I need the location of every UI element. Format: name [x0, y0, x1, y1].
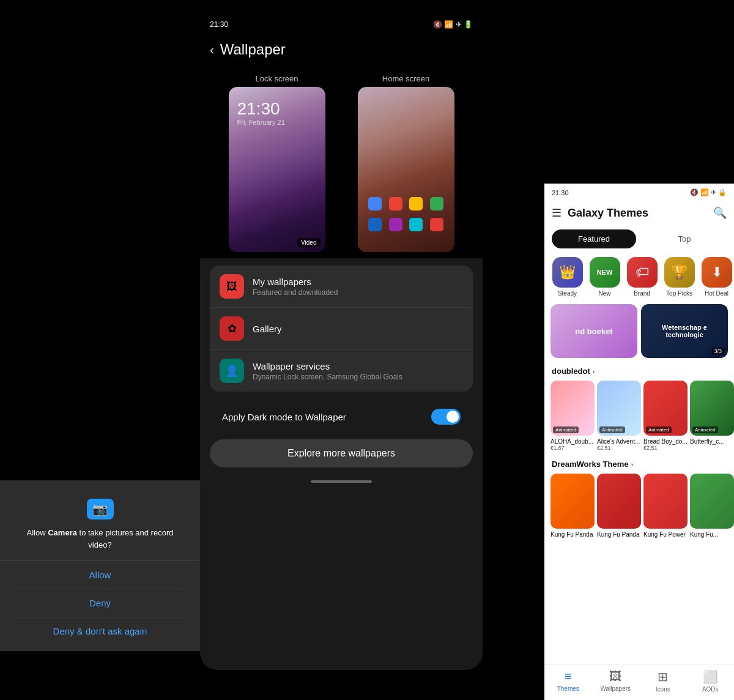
dw-info-3: Kung Fu Power — [643, 530, 688, 539]
section-dreamworks-label: DreamWorks Theme — [552, 460, 628, 469]
explore-btn-wrapper: Explore more wallpapers — [210, 439, 473, 467]
wallpapers-nav-icon: 🖼 — [609, 669, 621, 683]
featured-banners: nd boeket Wetenschap e technologie 3/3 — [544, 300, 734, 362]
breadboy-name: Bread Boy_do... — [643, 438, 688, 445]
tab-featured[interactable]: Featured — [552, 229, 636, 248]
msg-icon — [389, 218, 402, 231]
dark-mode-row: Apply Dark mode to Wallpaper — [210, 399, 473, 434]
toppicks-icon: 🏆 — [664, 257, 695, 288]
item-butterfly: Animated Butterfly_c... — [690, 381, 734, 452]
google-icon — [368, 197, 382, 210]
dreamworks-arrow: › — [631, 461, 633, 468]
dw-thumb-1[interactable] — [550, 474, 595, 529]
status-icons: 🔇 📶 ✈ 🔋 — [433, 20, 473, 29]
themes-categories: 👑 Steady NEW New 🏷 Brand 🏆 Top Picks ⬇ H… — [544, 253, 734, 300]
play-icon — [430, 197, 443, 210]
category-brand[interactable]: 🏷 Brand — [625, 257, 659, 297]
breadboy-info: Bread Boy_do... €2.51 — [643, 437, 688, 452]
home-screen-phone — [358, 87, 454, 252]
dw-thumb-2[interactable] — [597, 474, 641, 529]
new-label: New — [598, 290, 610, 297]
dw-item-3: Kung Fu Power — [643, 474, 688, 539]
category-steady[interactable]: 👑 Steady — [550, 257, 584, 297]
lock-screen-phone: 21:30 Fri, February 21 Video — [229, 87, 325, 252]
lock-date: Fri, February 21 — [237, 119, 285, 126]
themes-nav-label: Themes — [557, 685, 579, 692]
breadboy-thumb[interactable]: Animated — [643, 381, 688, 436]
butterfly-thumb[interactable]: Animated — [690, 381, 734, 436]
search-icon[interactable]: 🔍 — [713, 206, 727, 220]
item-aloha: Animated ALOHA_doub... €1.67 — [550, 381, 595, 452]
hamburger-icon[interactable]: ☰ — [552, 206, 562, 220]
nav-aods[interactable]: ⬜ AODs — [687, 669, 735, 693]
my-wallpapers-sublabel: Featured and downloaded — [253, 288, 338, 297]
nav-wallpapers[interactable]: 🖼 Wallpapers — [592, 669, 640, 693]
my-wallpapers-text: My wallpapers Featured and downloaded — [253, 277, 338, 297]
allow-button[interactable]: Allow — [15, 561, 185, 589]
back-button[interactable]: ‹ — [210, 43, 214, 57]
wallpapers-nav-label: Wallpapers — [600, 685, 631, 692]
nav-themes[interactable]: ≡ Themes — [544, 669, 592, 693]
home-screen-preview[interactable]: Home screen — [358, 74, 454, 252]
wallpaper-previews: Lock screen 21:30 Fri, February 21 Video… — [200, 68, 483, 258]
dark-mode-toggle[interactable] — [431, 409, 461, 425]
camera-icon-wrapper: 📷 — [15, 499, 185, 519]
themes-status-bar: 21:30 🔇 📶 ✈ 🔒 — [544, 184, 734, 201]
wallpaper-status-bar: 21:30 🔇 📶 ✈ 🔋 — [200, 15, 483, 34]
toppicks-label: Top Picks — [666, 290, 692, 297]
banner-pages: 3/3 — [711, 348, 724, 355]
banner-boeket[interactable]: nd boeket — [550, 304, 637, 358]
deny-button[interactable]: Deny — [15, 589, 185, 617]
explore-wallpapers-button[interactable]: Explore more wallpapers — [210, 439, 473, 467]
themes-nav-icon: ≡ — [565, 669, 572, 683]
hotdeal-label: Hot Deal — [705, 290, 728, 297]
dw-thumb-4[interactable] — [690, 474, 734, 529]
themes-status-time: 21:30 — [552, 189, 569, 196]
breadboy-price: €2.51 — [643, 445, 688, 451]
category-new[interactable]: NEW New — [588, 257, 621, 297]
wallpaper-services-sublabel: Dynamic Lock screen, Samsung Global Goal… — [253, 373, 402, 381]
gallery-text: Gallery — [253, 324, 282, 334]
animated-badge-aloha: Animated — [553, 426, 579, 433]
alice-thumb[interactable]: Animated — [597, 381, 641, 436]
maps-icon — [389, 197, 402, 210]
hotdeal-icon: ⬇ — [702, 257, 732, 288]
gallery-item[interactable]: ✿ Gallery — [210, 308, 473, 350]
gallery-icon — [409, 197, 423, 210]
category-top-picks[interactable]: 🏆 Top Picks — [662, 257, 696, 297]
aloha-price: €1.67 — [550, 445, 595, 451]
category-hot-deal[interactable]: ⬇ Hot Deal — [700, 257, 733, 297]
cam-icon — [409, 218, 423, 231]
gallery-icon-item: ✿ — [220, 316, 244, 341]
home-icons — [358, 195, 454, 234]
banner-wetenschap[interactable]: Wetenschap e technologie 3/3 — [641, 304, 728, 358]
dw-name-1: Kung Fu Panda — [550, 531, 595, 538]
aloha-name: ALOHA_doub... — [550, 438, 595, 445]
message-suffix: to take pictures and record video? — [77, 528, 174, 549]
animated-badge-breadboy: Animated — [646, 426, 672, 433]
status-time: 21:30 — [210, 20, 228, 29]
wallpaper-screen: 21:30 🔇 📶 ✈ 🔋 ‹ Wallpaper Lock screen 21… — [200, 15, 483, 670]
my-wallpapers-icon: 🖼 — [220, 274, 244, 299]
banner-left-text: nd boeket — [575, 327, 612, 336]
phone-icon — [368, 218, 382, 231]
dw-info-4: Kung Fu... — [690, 530, 734, 539]
themes-screen: 21:30 🔇 📶 ✈ 🔒 ☰ Galaxy Themes 🔍 Featured… — [544, 184, 734, 700]
deny-dont-ask-button[interactable]: Deny & don't ask again — [15, 617, 185, 645]
aloha-thumb[interactable]: Animated — [550, 381, 595, 436]
alice-info: Alice's Advent... €2.51 — [597, 437, 641, 452]
dw-thumb-3[interactable] — [643, 474, 688, 529]
dw-item-4: Kung Fu... — [690, 474, 734, 539]
wallpaper-nav-bar — [200, 472, 483, 491]
lock-screen-preview[interactable]: Lock screen 21:30 Fri, February 21 Video — [229, 74, 325, 252]
dw-name-3: Kung Fu Power — [643, 531, 688, 538]
page-title: Wallpaper — [220, 41, 286, 58]
nav-icons[interactable]: ⊞ Icons — [639, 669, 687, 693]
section-doubledot-label: doubledot — [552, 367, 590, 376]
alice-price: €2.51 — [597, 445, 641, 451]
tab-top[interactable]: Top — [642, 229, 727, 248]
wallpaper-services-item[interactable]: 👤 Wallpaper services Dynamic Lock screen… — [210, 350, 473, 392]
themes-tabs: Featured Top — [544, 225, 734, 253]
my-wallpapers-item[interactable]: 🖼 My wallpapers Featured and downloaded — [210, 266, 473, 308]
camera-permission-dialog: 📷 Allow Camera to take pictures and reco… — [0, 480, 200, 651]
